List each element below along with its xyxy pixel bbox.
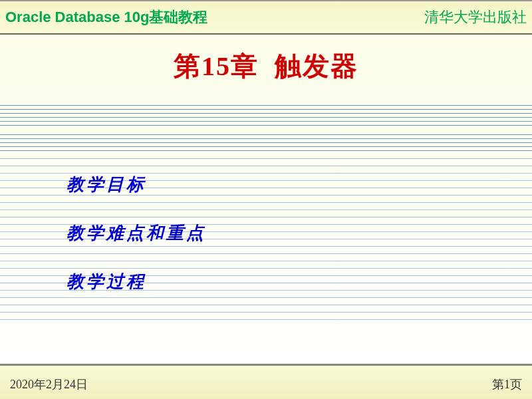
- slide-container: Oracle Database 10g基础教程 清华大学出版社 第15章 触发器…: [0, 0, 532, 399]
- decorative-lines-lower: [0, 134, 532, 154]
- publisher-name: 清华大学出版社: [424, 7, 527, 27]
- chapter-prefix: 第: [174, 51, 201, 81]
- content-list: 教学目标 教学难点和重点 教学过程: [66, 173, 206, 319]
- footer-page-number: 第1页: [492, 376, 522, 392]
- content-item-process: 教学过程: [66, 270, 206, 293]
- content-item-keypoints: 教学难点和重点: [66, 221, 206, 245]
- chapter-title-area: 第15章 触发器: [0, 43, 532, 87]
- course-title: Oracle Database 10g基础教程: [5, 7, 207, 27]
- content-item-objectives: 教学目标: [66, 173, 206, 196]
- chapter-suffix: 章: [231, 51, 259, 81]
- footer-date: 2020年2月24日: [10, 376, 88, 392]
- decorative-lines-upper: [0, 105, 532, 129]
- chapter-title: 第15章 触发器: [0, 48, 532, 84]
- slide-footer: 2020年2月24日 第1页: [0, 364, 532, 399]
- slide-header: Oracle Database 10g基础教程 清华大学出版社: [0, 0, 532, 35]
- chapter-topic: 触发器: [275, 51, 358, 81]
- chapter-number: 15: [201, 51, 231, 81]
